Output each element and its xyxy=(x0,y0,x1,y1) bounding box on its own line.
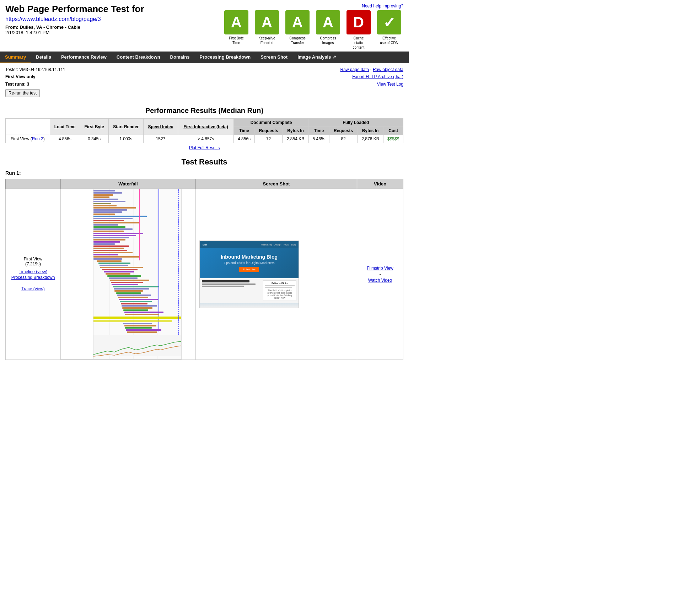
test-date: 2/1/2018, 1:42:01 PM xyxy=(5,30,144,35)
col-speed-index: Speed Index xyxy=(143,119,178,135)
rerun-button[interactable]: Re-run the test xyxy=(5,89,40,97)
waterfall-image[interactable] xyxy=(61,189,182,360)
filmstrip-link[interactable]: Filmstrip View xyxy=(361,266,399,271)
svg-rect-27 xyxy=(93,231,124,232)
svg-rect-47 xyxy=(104,271,134,272)
nav-item[interactable]: Content Breakdown xyxy=(112,52,165,63)
svg-rect-21 xyxy=(93,218,133,219)
svg-rect-68 xyxy=(125,314,159,315)
svg-rect-34 xyxy=(93,245,129,247)
svg-rect-31 xyxy=(93,239,125,241)
nav-item[interactable]: Details xyxy=(31,52,56,63)
raw-page-link[interactable]: Raw page data xyxy=(340,67,369,72)
svg-rect-65 xyxy=(122,307,152,309)
row-first-byte: 0.345s xyxy=(80,135,108,143)
processing-breakdown-link[interactable]: Processing Breakdown xyxy=(9,275,57,280)
svg-rect-50 xyxy=(109,277,138,279)
timeline-link[interactable]: Timeline (view) xyxy=(9,269,57,274)
raw-object-link[interactable]: Raw object data xyxy=(373,67,403,72)
need-help-link[interactable]: Need help improving? xyxy=(222,4,403,9)
waterfall-header: Waterfall xyxy=(61,179,196,189)
doc-complete-header: Document Complete xyxy=(234,119,308,127)
nav-item[interactable]: Performance Review xyxy=(56,52,112,63)
fl-bytes: Bytes In xyxy=(357,127,383,135)
grade-label: Keep-aliveEnabled xyxy=(258,36,275,45)
plot-results-link[interactable]: Plot Full Results xyxy=(189,145,220,150)
svg-rect-19 xyxy=(93,214,115,215)
svg-rect-28 xyxy=(93,233,143,234)
perf-results-title: Performance Results (Median Run) xyxy=(0,107,409,115)
grade-label: CompressTransfer xyxy=(289,36,306,45)
grade-box: AFirst ByteTime xyxy=(222,10,251,50)
svg-rect-25 xyxy=(93,226,125,228)
svg-rect-67 xyxy=(124,312,163,313)
runs-value: 3 xyxy=(27,82,29,87)
svg-rect-30 xyxy=(93,237,129,238)
grade-box: DCachestaticcontent xyxy=(344,10,373,50)
svg-rect-45 xyxy=(100,267,143,268)
run-link[interactable]: Run 2 xyxy=(32,136,43,141)
grade-label: Cachestaticcontent xyxy=(353,36,365,50)
svg-rect-38 xyxy=(93,254,118,255)
first-view-label: First View xyxy=(9,256,57,261)
svg-rect-10 xyxy=(93,194,113,196)
svg-rect-70 xyxy=(93,320,172,322)
view-log-link[interactable]: View Test Log xyxy=(377,82,403,87)
screenshot-cell: blu Marketing Design Tools Blog Inbound … xyxy=(196,189,357,360)
nav-item[interactable]: Domains xyxy=(165,52,195,63)
svg-rect-40 xyxy=(93,258,122,260)
svg-rect-46 xyxy=(102,269,138,270)
col-first-byte: First Byte xyxy=(80,119,108,135)
timeline-view[interactable]: view xyxy=(37,269,46,274)
grade-label: First ByteTime xyxy=(229,36,244,45)
view-info: First View only xyxy=(5,73,65,80)
trace-link[interactable]: Trace (view) xyxy=(9,286,57,291)
svg-rect-14 xyxy=(93,203,111,204)
svg-rect-12 xyxy=(93,199,118,200)
watch-video-link[interactable]: Watch Video xyxy=(361,278,399,283)
grade-letter: A xyxy=(316,10,340,34)
svg-rect-11 xyxy=(93,196,109,198)
svg-rect-6 xyxy=(61,189,93,360)
svg-rect-62 xyxy=(120,301,152,302)
first-view-time: (7.219s) xyxy=(9,261,57,266)
row-view: First View (Run 2) xyxy=(6,135,50,143)
from-value: Dulles, VA - Chrome - Cable xyxy=(20,25,80,30)
run-label: Run 1: xyxy=(5,170,403,176)
nav-item[interactable]: Processing Breakdown xyxy=(195,52,256,63)
svg-rect-74 xyxy=(126,329,161,331)
svg-rect-51 xyxy=(110,280,149,281)
grade-label: CompressImages xyxy=(320,36,336,45)
run-table: Waterfall Screen Shot Video First View (… xyxy=(5,179,403,360)
grade-label: Effectiveuse of CDN xyxy=(380,36,398,45)
nav-item[interactable]: Summary xyxy=(0,52,31,63)
svg-rect-37 xyxy=(93,252,133,253)
svg-rect-33 xyxy=(93,243,115,245)
row-doc-bytes: 2,854 KB xyxy=(283,135,308,143)
nav-item[interactable]: Image Analysis ↗ xyxy=(292,52,341,63)
screenshot-image: blu Marketing Design Tools Blog Inbound … xyxy=(199,241,299,308)
col-first-interactive: First Interactive (beta) xyxy=(178,119,233,135)
runs-info: Test runs: 3 xyxy=(5,81,65,88)
svg-rect-69 xyxy=(93,317,181,319)
row-fl-bytes: 2,876 KB xyxy=(357,135,383,143)
svg-rect-57 xyxy=(114,290,143,292)
grade-letter: A xyxy=(255,10,279,34)
grade-letter: A xyxy=(285,10,310,34)
trace-view[interactable]: view xyxy=(35,286,43,291)
page-url[interactable]: https://www.bluleadz.com/blog/page/3 xyxy=(5,16,144,22)
svg-rect-53 xyxy=(112,284,138,285)
video-dash: - xyxy=(380,272,381,277)
svg-rect-63 xyxy=(121,303,147,304)
grade-letter: ✓ xyxy=(377,10,401,34)
svg-rect-44 xyxy=(100,265,128,266)
fl-requests: Requests xyxy=(329,127,358,135)
nav-item[interactable]: Screen Shot xyxy=(256,52,292,63)
svg-rect-16 xyxy=(93,207,136,209)
svg-rect-32 xyxy=(93,241,120,243)
svg-rect-15 xyxy=(93,205,117,206)
fl-time: Time xyxy=(308,127,329,135)
svg-rect-71 xyxy=(123,323,152,324)
svg-rect-72 xyxy=(124,325,156,326)
export-http-link[interactable]: Export HTTP Archive (.har) xyxy=(352,74,403,79)
